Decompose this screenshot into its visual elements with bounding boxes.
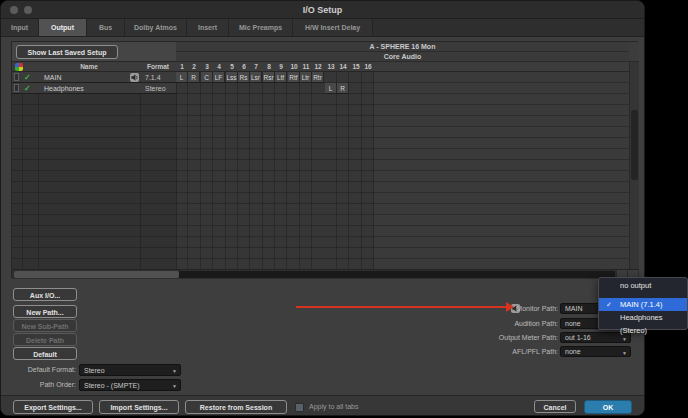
device-header: A - SPHERE 16 Mon: [176, 42, 629, 52]
path-name[interactable]: Headphones: [44, 83, 84, 94]
channel-number: 13: [325, 63, 337, 70]
horizontal-scrollbar-thumb[interactable]: [14, 271, 179, 278]
new-sub-path-button: New Sub-Path: [13, 319, 77, 332]
path-active-check-icon[interactable]: ✓: [24, 83, 31, 94]
channel-assignment-cell[interactable]: Rs: [238, 72, 250, 83]
horizontal-scrollbar[interactable]: [12, 269, 639, 279]
titlebar: I/O Setup: [1, 1, 644, 19]
channel-number: 12: [312, 63, 324, 70]
channel-assignment-cell[interactable]: R: [337, 83, 349, 94]
channel-number: 2: [188, 63, 200, 70]
channel-assignment-cell[interactable]: L: [325, 83, 337, 94]
caret-down-icon: ▼: [172, 381, 177, 392]
channel-assignment-cell[interactable]: Lss: [226, 72, 238, 83]
output-paths-grid: Show Last Saved Setup A - SPHERE 16 Mon …: [11, 41, 638, 278]
menu-check-icon: ✓: [606, 298, 612, 311]
monitor-speaker-icon: [130, 73, 139, 82]
channel-number: 8: [263, 63, 275, 70]
aux-io-button[interactable]: Aux I/O...: [13, 288, 77, 301]
channel-assignment-cell[interactable]: Rtr: [312, 72, 324, 83]
vertical-scrollbar-thumb[interactable]: [631, 110, 638, 180]
annotation-arrowhead-icon: [506, 302, 514, 312]
menu-item-label: MAIN (7.1.4): [620, 300, 663, 309]
channel-assignment-cell[interactable]: Lsr: [250, 72, 262, 83]
audition-path-label: Audition Path:: [421, 320, 558, 327]
channel-assignment-cell[interactable]: L: [176, 72, 188, 83]
grid-toolbar-panel: Show Last Saved Setup: [12, 42, 176, 62]
channel-assignment-cell[interactable]: C: [201, 72, 213, 83]
row-color-chip[interactable]: [14, 73, 19, 81]
path-row-headphones[interactable]: ✓ Headphones Stereo: [12, 83, 176, 94]
menu-item-main[interactable]: ✓ MAIN (7.1.4): [599, 298, 687, 311]
restore-from-session-button[interactable]: Restore from Session: [185, 400, 287, 414]
path-order-label: Path Order:: [1, 381, 76, 388]
audition-path-value: none: [565, 320, 581, 327]
import-settings-button[interactable]: Import Settings...: [99, 400, 179, 414]
default-format-value: Stereo: [84, 367, 105, 374]
default-button[interactable]: Default: [13, 347, 77, 360]
ok-button[interactable]: OK: [584, 400, 632, 414]
channel-number: 4: [213, 63, 225, 70]
format-column-header: Format: [140, 63, 176, 70]
channel-number: 5: [226, 63, 238, 70]
delete-path-button: Delete Path: [13, 333, 77, 346]
output-meter-path-value: out 1-16: [565, 334, 591, 341]
menu-item-headphones[interactable]: Headphones (Stereo): [599, 311, 687, 324]
menu-item-no-output[interactable]: no output: [599, 278, 687, 294]
export-settings-button[interactable]: Export Settings...: [13, 400, 93, 414]
grid-body: ✓ MAIN 7.1.4 ✓ Headphones Stereo L R C L…: [12, 72, 639, 269]
cancel-button[interactable]: Cancel: [534, 400, 576, 413]
channel-assignment-cell[interactable]: Rsr: [263, 72, 275, 83]
row-color-chip[interactable]: [14, 84, 19, 92]
column-divider: [176, 72, 177, 269]
channel-assignment-cell[interactable]: R: [188, 72, 200, 83]
channel-number: 15: [350, 63, 362, 70]
channel-number: 10: [288, 63, 300, 70]
tab-insert[interactable]: Insert: [187, 19, 229, 36]
monitor-path-menu: no output ✓ MAIN (7.1.4) Headphones (Ste…: [598, 277, 688, 330]
channel-assignment-cell[interactable]: Ltf: [275, 72, 287, 83]
default-format-select[interactable]: Stereo ▼: [79, 364, 181, 376]
channel-number: 16: [362, 63, 374, 70]
channel-number: 6: [238, 63, 250, 70]
tab-hw-insert-delay[interactable]: H/W Insert Delay: [293, 19, 373, 36]
tab-bar: Input Output Bus Dolby Atmos Insert Mic …: [1, 19, 644, 37]
channel-number: 1: [176, 63, 188, 70]
path-name[interactable]: MAIN: [44, 72, 62, 83]
path-active-check-icon[interactable]: ✓: [24, 72, 31, 83]
channel-assignment-cell[interactable]: Ltr: [300, 72, 312, 83]
show-last-saved-setup-button[interactable]: Show Last Saved Setup: [16, 45, 118, 59]
apply-to-all-tabs-checkbox[interactable]: [295, 403, 304, 412]
column-divider: [38, 72, 39, 269]
path-format[interactable]: Stereo: [145, 83, 166, 94]
afl-pfl-path-select[interactable]: none ▼: [560, 346, 631, 357]
column-header-row: Name Format 1 2 3 4 5 6 7 8 9 10 11 12 1…: [12, 62, 639, 72]
path-order-select[interactable]: Stereo - (SMPTE) ▼: [79, 379, 181, 391]
tab-bus[interactable]: Bus: [87, 19, 125, 36]
output-meter-path-label: Output Meter Path:: [421, 334, 558, 341]
monitor-path-value: MAIN: [565, 305, 583, 312]
name-column-header: Name: [38, 63, 140, 70]
column-divider: [22, 72, 23, 269]
channel-number: 9: [275, 63, 287, 70]
unused-grid-area: [374, 72, 629, 269]
path-format[interactable]: 7.1.4: [145, 72, 161, 83]
caret-down-icon: ▼: [172, 366, 177, 377]
new-path-button[interactable]: New Path...: [13, 305, 77, 318]
tab-dolby-atmos[interactable]: Dolby Atmos: [125, 19, 187, 36]
vertical-scrollbar[interactable]: [629, 62, 639, 269]
tab-input[interactable]: Input: [1, 19, 39, 36]
default-format-label: Default Format:: [1, 366, 76, 373]
column-divider: [140, 72, 141, 269]
grid-header-corner: [629, 42, 639, 62]
caret-down-icon: ▼: [622, 348, 627, 358]
tab-output[interactable]: Output: [39, 19, 87, 36]
bottom-bar: Export Settings... Import Settings... Re…: [1, 395, 644, 416]
channel-assignment-cell[interactable]: Rtf: [288, 72, 300, 83]
channel-number: 11: [300, 63, 312, 70]
tab-mic-preamps[interactable]: Mic Preamps: [229, 19, 293, 36]
io-setup-window: I/O Setup Input Output Bus Dolby Atmos I…: [0, 0, 645, 416]
path-row-main[interactable]: ✓ MAIN 7.1.4: [12, 72, 176, 83]
channel-assignment-cell[interactable]: LF: [213, 72, 225, 83]
horizontal-scrollbar-track[interactable]: [179, 271, 615, 278]
